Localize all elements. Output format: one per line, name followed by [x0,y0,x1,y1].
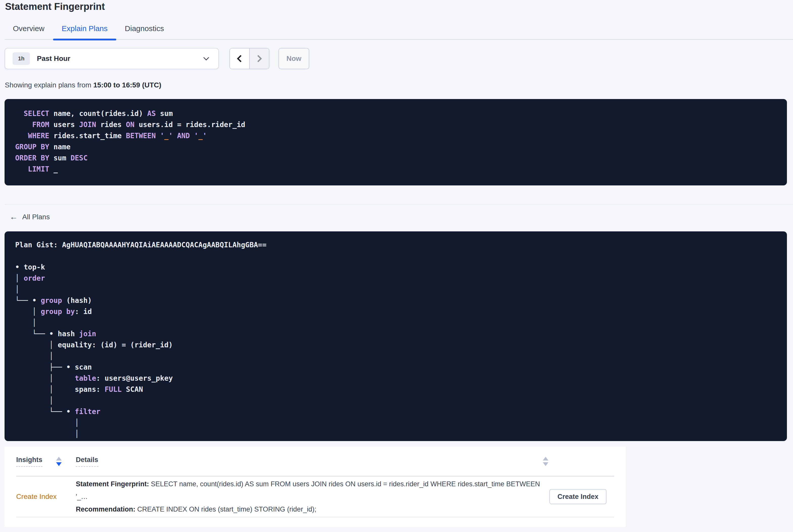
time-range-label: Past Hour [37,55,70,63]
chevron-down-icon [204,55,209,61]
showing-range: 15:00 to 16:59 (UTC) [93,81,161,89]
tab-overview[interactable]: Overview [4,21,53,40]
page-title: Statement Fingerprint [5,0,105,13]
insights-table: Insights Details Create Index Statement … [4,446,626,527]
showing-prefix: Showing explain plans from [5,81,93,89]
insights-table-header: Insights Details [16,446,614,476]
all-plans-back-link[interactable]: All Plans [10,212,50,222]
plan-gist-box: Plan Gist: AgHUAQIABQAAAAHYAQIAiAEAAAADC… [4,231,787,441]
time-range-nav [229,48,269,69]
all-plans-label: All Plans [22,212,50,222]
insight-details-cell: Statement Fingerprint: SELECT name, coun… [76,478,549,516]
insights-header-label: Insights [16,456,42,467]
column-header-details[interactable]: Details [76,456,614,467]
fingerprint-line: Statement Fingerprint: SELECT name, coun… [76,478,549,503]
sort-icon [56,457,62,466]
create-index-button[interactable]: Create Index [549,489,606,504]
time-picker-row: 1h Past Hour Now [4,48,309,69]
time-range-badge: 1h [13,52,30,65]
section-divider [4,204,793,205]
insight-type-cell: Create Index [16,493,76,501]
showing-range-text: Showing explain plans from 15:00 to 16:5… [5,81,161,90]
next-range-button[interactable] [249,49,269,69]
table-row: Create Index Statement Fingerprint: SELE… [16,476,614,517]
left-arrow-icon [10,212,18,222]
prev-range-button[interactable] [230,49,249,69]
action-cell: Create Index [549,489,614,504]
tab-diagnostics[interactable]: Diagnostics [116,21,173,40]
chevron-left-icon [237,55,244,62]
column-header-insights[interactable]: Insights [16,456,76,467]
sort-icon [543,457,548,466]
chevron-right-icon [255,55,262,62]
sql-statement-box: SELECT name, count(rides.id) AS sum FROM… [4,99,787,185]
tab-explain-plans[interactable]: Explain Plans [53,21,116,40]
recommendation-line: Recommendation: CREATE INDEX ON rides (s… [76,503,549,516]
details-header-label: Details [76,456,98,467]
time-range-select[interactable]: 1h Past Hour [4,48,219,69]
now-button[interactable]: Now [279,48,309,69]
tab-bar: Overview Explain Plans Diagnostics [4,21,173,40]
